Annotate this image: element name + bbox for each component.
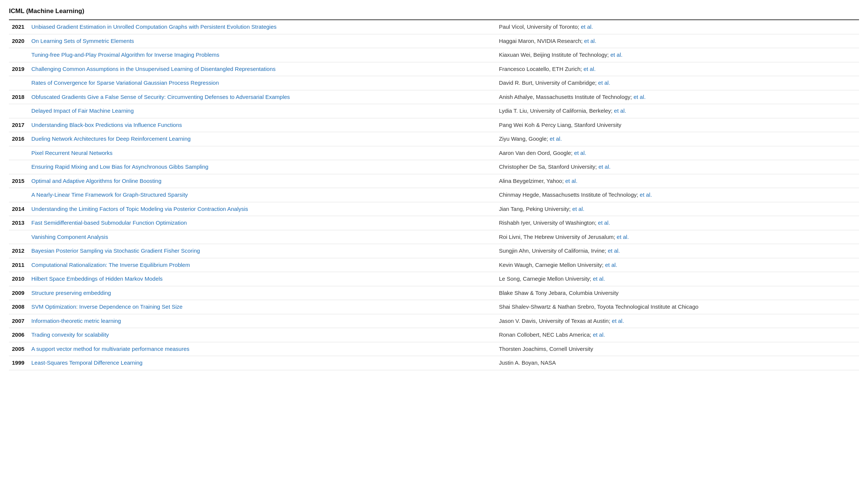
authors-cell: Ziyu Wang, Google; et al. [497, 132, 859, 146]
year-cell: 2019 [9, 62, 29, 76]
authors-cell: Blake Shaw & Tony Jebara, Columbia Unive… [497, 286, 859, 300]
paper-link[interactable]: Fast Semidifferential-based Submodular F… [31, 219, 187, 226]
paper-link[interactable]: Understanding the Limiting Factors of To… [31, 206, 248, 212]
papers-table: 2021Unbiased Gradient Estimation in Unro… [9, 19, 859, 370]
year-cell: 2021 [9, 20, 29, 34]
title-cell: Fast Semidifferential-based Submodular F… [29, 216, 497, 230]
title-cell: Challenging Common Assumptions in the Un… [29, 62, 497, 76]
authors-cell: Anish Athalye, Massachusetts Institute o… [497, 90, 859, 104]
paper-link[interactable]: Computational Rationalization: The Inver… [31, 262, 190, 268]
paper-link[interactable]: SVM Optimization: Inverse Dependence on … [31, 303, 182, 310]
table-row: 2010Hilbert Space Embeddings of Hidden M… [9, 272, 859, 286]
paper-link[interactable]: Trading convexity for scalability [31, 331, 109, 338]
et-al-link[interactable]: et al. [608, 247, 620, 254]
authors-cell: Christopher De Sa, Stanford University; … [497, 160, 859, 174]
title-cell: A support vector method for multivariate… [29, 342, 497, 356]
et-al-link[interactable]: et al. [640, 191, 652, 198]
table-row: 2014Understanding the Limiting Factors o… [9, 202, 859, 216]
paper-link[interactable]: Dueling Network Architectures for Deep R… [31, 135, 191, 142]
paper-link[interactable]: Structure preserving embedding [31, 290, 111, 296]
table-row: Ensuring Rapid Mixing and Low Bias for A… [9, 160, 859, 174]
authors-cell: Haggai Maron, NVIDIA Research; et al. [497, 34, 859, 48]
table-row: Pixel Recurrent Neural NetworksAaron Van… [9, 146, 859, 160]
authors-cell: Paul Vicol, University of Toronto; et al… [497, 20, 859, 34]
paper-link[interactable]: Challenging Common Assumptions in the Un… [31, 66, 276, 72]
title-cell: Dueling Network Architectures for Deep R… [29, 132, 497, 146]
et-al-link[interactable]: et al. [550, 135, 562, 142]
authors-cell: Shai Shalev-Shwartz & Nathan Srebro, Toy… [497, 300, 859, 314]
table-row: 2018Obfuscated Gradients Give a False Se… [9, 90, 859, 104]
title-cell: SVM Optimization: Inverse Dependence on … [29, 300, 497, 314]
table-row: 2020On Learning Sets of Symmetric Elemen… [9, 34, 859, 48]
year-cell [9, 76, 29, 90]
title-cell: Ensuring Rapid Mixing and Low Bias for A… [29, 160, 497, 174]
year-cell: 2010 [9, 272, 29, 286]
authors-cell: Thorsten Joachims, Cornell University [497, 342, 859, 356]
et-al-link[interactable]: et al. [593, 275, 605, 282]
paper-link[interactable]: Hilbert Space Embeddings of Hidden Marko… [31, 275, 163, 282]
paper-link[interactable]: Rates of Convergence for Sparse Variatio… [31, 80, 219, 86]
authors-cell: Sungjin Ahn, University of California, I… [497, 244, 859, 258]
authors-cell: Aaron Van den Oord, Google; et al. [497, 146, 859, 160]
et-al-link[interactable]: et al. [593, 331, 605, 338]
paper-link[interactable]: Tuning-free Plug-and-Play Proximal Algor… [31, 52, 219, 58]
table-row: 2021Unbiased Gradient Estimation in Unro… [9, 20, 859, 34]
paper-link[interactable]: Vanishing Component Analysis [31, 234, 108, 240]
authors-cell: Kevin Waugh, Carnegie Mellon University;… [497, 258, 859, 272]
paper-link[interactable]: Bayesian Posterior Sampling via Stochast… [31, 247, 200, 254]
paper-link[interactable]: Pixel Recurrent Neural Networks [31, 150, 113, 156]
title-cell: A Nearly-Linear Time Framework for Graph… [29, 188, 497, 202]
table-row: 2013Fast Semidifferential-based Submodul… [9, 216, 859, 230]
et-al-link[interactable]: et al. [572, 206, 584, 212]
et-al-link[interactable]: et al. [584, 38, 596, 44]
et-al-link[interactable]: et al. [612, 318, 624, 324]
et-al-link[interactable]: et al. [581, 24, 593, 30]
paper-link[interactable]: On Learning Sets of Symmetric Elements [31, 38, 134, 44]
et-al-link[interactable]: et al. [598, 219, 610, 226]
authors-cell: Ronan Collobert, NEC Labs America; et al… [497, 328, 859, 342]
et-al-link[interactable]: et al. [617, 234, 629, 240]
authors-cell: Alina Beygelzimer, Yahoo; et al. [497, 174, 859, 188]
et-al-link[interactable]: et al. [584, 66, 596, 72]
authors-cell: Pang Wei Koh & Percy Liang, Stanford Uni… [497, 118, 859, 132]
year-cell: 2015 [9, 174, 29, 188]
year-cell: 2008 [9, 300, 29, 314]
authors-cell: David R. Burt, University of Cambridge; … [497, 76, 859, 90]
et-al-link[interactable]: et al. [565, 178, 578, 184]
year-cell: 2020 [9, 34, 29, 48]
authors-cell: Lydia T. Liu, University of California, … [497, 104, 859, 118]
table-row: Tuning-free Plug-and-Play Proximal Algor… [9, 48, 859, 62]
table-row: Delayed Impact of Fair Machine LearningL… [9, 104, 859, 118]
title-cell: Pixel Recurrent Neural Networks [29, 146, 497, 160]
paper-link[interactable]: A Nearly-Linear Time Framework for Graph… [31, 191, 188, 198]
paper-link[interactable]: Delayed Impact of Fair Machine Learning [31, 107, 134, 114]
year-cell: 2005 [9, 342, 29, 356]
title-cell: Information-theoretic metric learning [29, 314, 497, 328]
paper-link[interactable]: Understanding Black-box Predictions via … [31, 122, 182, 128]
year-cell: 2012 [9, 244, 29, 258]
et-al-link[interactable]: et al. [634, 94, 646, 100]
paper-link[interactable]: A support vector method for multivariate… [31, 346, 190, 352]
paper-link[interactable]: Information-theoretic metric learning [31, 318, 121, 324]
et-al-link[interactable]: et al. [605, 262, 617, 268]
title-cell: Trading convexity for scalability [29, 328, 497, 342]
et-al-link[interactable]: et al. [614, 107, 626, 114]
table-row: Vanishing Component AnalysisRoi Livni, T… [9, 230, 859, 244]
table-row: 2015Optimal and Adaptive Algorithms for … [9, 174, 859, 188]
year-cell: 2007 [9, 314, 29, 328]
paper-link[interactable]: Ensuring Rapid Mixing and Low Bias for A… [31, 163, 208, 170]
title-cell: Rates of Convergence for Sparse Variatio… [29, 76, 497, 90]
table-row: 2019Challenging Common Assumptions in th… [9, 62, 859, 76]
paper-link[interactable]: Unbiased Gradient Estimation in Unrolled… [31, 24, 277, 30]
et-al-link[interactable]: et al. [574, 150, 586, 156]
et-al-link[interactable]: et al. [599, 163, 611, 170]
et-al-link[interactable]: et al. [598, 80, 611, 86]
year-cell [9, 160, 29, 174]
paper-link[interactable]: Least-Squares Temporal Difference Learni… [31, 359, 143, 366]
et-al-link[interactable]: et al. [611, 52, 623, 58]
table-row: 2016Dueling Network Architectures for De… [9, 132, 859, 146]
table-row: 2012Bayesian Posterior Sampling via Stoc… [9, 244, 859, 258]
table-row: 2005A support vector method for multivar… [9, 342, 859, 356]
paper-link[interactable]: Obfuscated Gradients Give a False Sense … [31, 94, 290, 100]
paper-link[interactable]: Optimal and Adaptive Algorithms for Onli… [31, 178, 162, 184]
